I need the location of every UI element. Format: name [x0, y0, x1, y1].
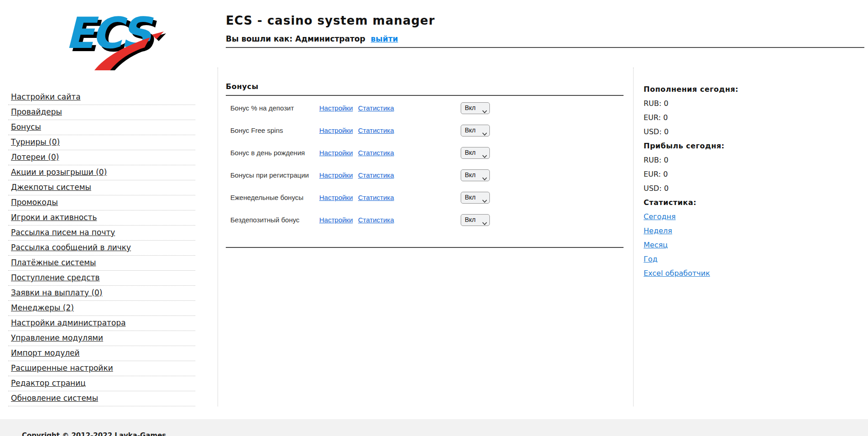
bonus-toggle-select[interactable]: Вкл: [461, 147, 490, 159]
bonus-row: Бонус Free spins Настройки Статистика Вк…: [226, 119, 624, 142]
bonus-label: Бонус % на депозит: [230, 104, 319, 112]
bonus-settings-link[interactable]: Настройки: [319, 194, 358, 201]
sidebar-item-tournaments[interactable]: Турниры (0): [8, 135, 195, 150]
page-footer: Copyright © 2012-2022 Lavka-Games: [0, 419, 868, 436]
sidebar-item-pm-mailing[interactable]: Рассылка сообщений в личку: [8, 241, 195, 256]
bonus-toggle-select[interactable]: Вкл: [461, 192, 490, 204]
sidebar-item-promotions[interactable]: Акции и розыгрыши (0): [8, 165, 195, 180]
sidebar-menu: Настройки сайта Провайдеры Бонусы Турнир…: [0, 68, 218, 406]
stats-year-link[interactable]: Год: [644, 255, 868, 263]
bonus-row: Бонусы при регистрации Настройки Статист…: [226, 164, 624, 186]
stats-panel: Пополнения сегодня: RUB: 0 EUR: 0 USD: 0…: [634, 68, 868, 406]
bonus-stats-link[interactable]: Статистика: [358, 171, 461, 179]
sidebar-item-module-import[interactable]: Импорт модулей: [8, 346, 195, 361]
header-divider: [226, 47, 864, 48]
bonus-settings-link[interactable]: Настройки: [319, 171, 358, 179]
page-title: ECS - casino system manager: [226, 14, 435, 27]
logout-link[interactable]: выйти: [371, 34, 398, 43]
bonus-stats-link[interactable]: Статистика: [358, 126, 461, 134]
logged-in-as-text: Вы вошли как: Администратор: [226, 34, 365, 43]
bonus-toggle-select[interactable]: Вкл: [461, 102, 490, 114]
bonus-settings-link[interactable]: Настройки: [319, 126, 358, 134]
bonus-toggle-select[interactable]: Вкл: [461, 169, 490, 181]
panel-divider-bottom: [226, 247, 624, 248]
sidebar-item-players[interactable]: Игроки и активность: [8, 210, 195, 226]
sidebar-item-page-editor[interactable]: Редактор страниц: [8, 376, 195, 391]
sidebar-item-jackpots[interactable]: Джекпоты системы: [8, 180, 195, 195]
profit-today-title: Прибыль сегодня:: [644, 142, 868, 150]
bonus-label: Бонус Free spins: [230, 126, 319, 134]
sidebar-item-promocodes[interactable]: Промокоды: [8, 195, 195, 210]
bonus-row: Бонус % на депозит Настройки Статистика …: [226, 97, 624, 119]
bonus-label: Бездепозитный бонус: [230, 216, 319, 224]
deposits-rub-value: RUB: 0: [644, 99, 868, 108]
bonus-row: Еженедельные бонусы Настройки Статистика…: [226, 186, 624, 209]
stats-month-link[interactable]: Месяц: [644, 241, 868, 249]
sidebar-item-system-update[interactable]: Обновление системы: [8, 391, 195, 406]
ecs-logo: ECS ECS: [61, 6, 168, 72]
ecs-logo-icon: ECS ECS: [61, 6, 168, 70]
deposits-eur-value: EUR: 0: [644, 113, 868, 122]
bonus-label: Бонусы при регистрации: [230, 171, 319, 179]
stats-week-link[interactable]: Неделя: [644, 226, 868, 235]
deposits-usd-value: USD: 0: [644, 127, 868, 136]
sidebar-item-admin-settings[interactable]: Настройки администратора: [8, 316, 195, 331]
bonus-toggle-select[interactable]: Вкл: [461, 214, 490, 226]
deposits-today-title: Пополнения сегодня:: [644, 85, 868, 94]
bonus-label: Бонус в день рождения: [230, 149, 319, 157]
bonus-stats-link[interactable]: Статистика: [358, 104, 461, 112]
sidebar-item-payout-requests[interactable]: Заявки на выплату (0): [8, 286, 195, 301]
bonus-settings-link[interactable]: Настройки: [319, 149, 358, 157]
sidebar-item-module-manage[interactable]: Управление модулями: [8, 331, 195, 346]
bonus-stats-link[interactable]: Статистика: [358, 149, 461, 157]
bonus-stats-link[interactable]: Статистика: [358, 216, 461, 224]
profit-eur-value: EUR: 0: [644, 170, 868, 179]
bonuses-title: Бонусы: [226, 82, 624, 91]
panel-divider-top: [226, 95, 624, 96]
sidebar-item-providers[interactable]: Провайдеры: [8, 105, 195, 120]
statistics-title: Статистика:: [644, 198, 868, 207]
bonus-settings-link[interactable]: Настройки: [319, 216, 358, 224]
stats-excel-link[interactable]: Excel обработчик: [644, 269, 868, 278]
stats-today-link[interactable]: Сегодня: [644, 212, 868, 221]
bonus-toggle-select[interactable]: Вкл: [461, 125, 490, 137]
bonus-stats-link[interactable]: Статистика: [358, 194, 461, 201]
bonus-label: Еженедельные бонусы: [230, 194, 319, 201]
bonuses-panel: Бонусы Бонус % на депозит Настройки Стат…: [218, 68, 634, 406]
sidebar-item-email-mailing[interactable]: Рассылка писем на почту: [8, 226, 195, 241]
page-header: ECS ECS ECS - casino system manager Вы в…: [0, 0, 868, 68]
sidebar-item-incoming-funds[interactable]: Поступление средств: [8, 271, 195, 286]
sidebar-item-managers[interactable]: Менеджеры (2): [8, 301, 195, 316]
bonus-settings-link[interactable]: Настройки: [319, 104, 358, 112]
profit-usd-value: USD: 0: [644, 184, 868, 193]
bonus-row: Бонус в день рождения Настройки Статисти…: [226, 142, 624, 164]
sidebar-item-payment-systems[interactable]: Платёжные системы: [8, 256, 195, 271]
bonus-row: Бездепозитный бонус Настройки Статистика…: [226, 209, 624, 231]
copyright-text: Copyright © 2012-2022 Lavka-Games: [22, 431, 166, 436]
sidebar-item-lotteries[interactable]: Лотереи (0): [8, 150, 195, 165]
sidebar-item-bonuses[interactable]: Бонусы: [8, 120, 195, 135]
profit-rub-value: RUB: 0: [644, 156, 868, 164]
sidebar-item-site-settings[interactable]: Настройки сайта: [8, 90, 195, 105]
sidebar-item-advanced[interactable]: Расширенные настройки: [8, 361, 195, 376]
